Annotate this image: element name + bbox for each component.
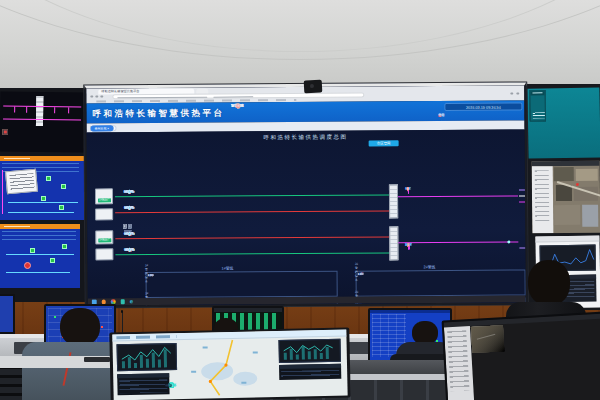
popup-dialog[interactable] — [5, 169, 38, 195]
nav-button-label: 智慧能源 — [231, 103, 244, 107]
standing-person-head — [528, 260, 570, 306]
user-bar-item[interactable]: 退出 — [438, 113, 444, 117]
station-label: 15#站 — [405, 243, 412, 246]
pipeline-sensors: 0.61MPa64.8℃1.19MPa90.4℃0.66MPa62.1℃1.08… — [117, 230, 389, 232]
pipe-line — [2, 170, 3, 214]
bus-drop — [54, 107, 55, 113]
heat-source-label: 2#热源厂 — [98, 238, 111, 242]
valve-cluster-row — [123, 222, 499, 225]
heat-source-box — [95, 208, 113, 220]
sensor-value: 1.28MPa — [124, 206, 134, 209]
refresh-icon[interactable] — [100, 95, 103, 98]
pipe-line — [8, 202, 78, 203]
pipe-line — [8, 212, 74, 213]
pipe-stub — [519, 201, 525, 202]
scada-header-bar — [0, 156, 84, 161]
tank-readouts — [532, 112, 544, 118]
breaker-indicator-grid — [3, 129, 81, 149]
control-room-photo: 呼和浩特长输智慧供热平台 呼和浩特长输智慧供热平台 智慧总览智慧调度智慧监测智慧… — [0, 0, 600, 400]
cctv-camera-tree[interactable] — [444, 326, 475, 400]
new-tab-button[interactable] — [196, 89, 208, 94]
pump-block — [59, 205, 64, 210]
wall-speaker — [304, 80, 323, 94]
pipe-line — [6, 254, 74, 255]
station-valve-icon[interactable] — [407, 187, 410, 190]
node-dot — [507, 240, 510, 243]
map-label — [191, 371, 196, 373]
operator-head — [60, 308, 100, 346]
url-bar[interactable] — [112, 93, 364, 99]
main-videowall-screen: 呼和浩特长输智慧供热平台 呼和浩特长输智慧供热平台 智慧总览智慧调度智慧监测智慧… — [84, 82, 528, 307]
valve-icon[interactable] — [128, 224, 131, 228]
left-screen-scada-1 — [0, 156, 84, 220]
heat-source-box: 1#热源厂 — [95, 188, 113, 204]
kpi-chart-panel — [117, 343, 178, 371]
camera-marker — [576, 183, 579, 186]
aerial-patch — [576, 169, 598, 181]
pump-block — [46, 176, 51, 181]
pipe-stub — [519, 247, 525, 248]
heat-source-label: 1#热源厂 — [98, 198, 111, 202]
nav-buttons: 智慧总览智慧调度智慧监测智慧安防智慧决策智慧运维智慧能源 — [236, 103, 442, 120]
manifold — [389, 226, 398, 260]
supply-pipeline — [115, 252, 389, 255]
kpi-chart-panel — [278, 339, 340, 363]
pump-block — [30, 248, 35, 253]
tank-group-header — [530, 91, 544, 95]
header-clock: 2024.03.15 09:34:54 — [444, 102, 522, 111]
back-icon[interactable] — [90, 95, 93, 98]
valve-icon[interactable] — [123, 224, 126, 228]
table-cell: 0.90 — [147, 274, 153, 277]
data-table: 2#管线 供水站点节点1节点2节点3节点4节点5节点6节点7状态↑↓↑↑↓↑↑压… — [356, 269, 526, 296]
alarm-indicator — [24, 262, 31, 269]
return-pipeline — [115, 236, 389, 239]
cctv-screen — [444, 314, 600, 400]
pump-block — [62, 244, 67, 249]
pipeline-sensors: 67.3℃1.28MPa95.2℃0.61MPa64.8℃1.19MPa90.4… — [117, 204, 389, 206]
station-drops: 1#站2#站3#站4#站5#站6#站7#站 — [400, 187, 518, 188]
profile-icon[interactable] — [516, 92, 519, 95]
map-label — [203, 346, 208, 348]
heat-source-box — [95, 248, 113, 260]
aerial-patch — [554, 205, 580, 225]
aerial-patch — [554, 167, 574, 181]
nav-button[interactable]: 智慧能源 — [236, 104, 238, 106]
map-dashboard-screen: 86.472.9124535.698.2 — [112, 330, 347, 400]
supply-pipeline — [115, 194, 389, 197]
cctv-grid — [471, 320, 600, 400]
breaker-indicator — [3, 129, 8, 134]
aerial-patch — [582, 205, 598, 227]
dispatch-overview-canvas: 呼和浩特长输供热调度总图 市区管网 1#热源厂 1.32MPa98.6℃0.58… — [87, 129, 526, 298]
table-cell: 0.94 — [357, 273, 363, 276]
data-list-panel — [117, 373, 169, 395]
pipe-stub — [519, 189, 525, 190]
forward-icon[interactable] — [95, 95, 98, 98]
sensor-value: 98.6℃ — [125, 190, 133, 193]
left-screen-electrical-diagram — [0, 91, 84, 152]
data-list-panel — [279, 364, 341, 380]
pipe-stub — [519, 195, 525, 196]
sub-tab[interactable]: 全网监视 × — [91, 125, 114, 131]
aerial-patch — [556, 185, 572, 201]
pipeline-sensors: 1.32MPa98.6℃0.58MPa67.3℃1.28MPa95.2℃0.61… — [117, 188, 389, 190]
cctv-cell[interactable] — [471, 325, 504, 353]
left-screen-scada-2 — [0, 224, 80, 288]
table-title: 2#管线 — [423, 264, 435, 269]
scada-header-bar — [0, 224, 80, 229]
table-title: 1#管线 — [221, 266, 233, 271]
menu-icon[interactable] — [510, 92, 513, 95]
bus-drop — [68, 107, 69, 113]
partial-monitor — [0, 294, 15, 334]
sensor-value: 64.8℃ — [125, 232, 133, 235]
edge-icon[interactable]: e — [130, 299, 135, 304]
heat-source-box: 2#热源厂 — [95, 230, 113, 244]
video-sidebar[interactable] — [532, 166, 554, 233]
data-table: 1#管线 供水站点节点1节点2节点3节点4节点5节点6节点7状态↑↑↓↑↑↓↑压… — [146, 271, 338, 298]
keyboard[interactable] — [84, 357, 110, 362]
microphone-windscreen — [121, 310, 124, 313]
network-chip: 市区管网 — [369, 140, 399, 146]
right-screen-tank-gauges — [527, 87, 600, 158]
files-icon[interactable] — [120, 300, 125, 305]
bus-drop — [14, 107, 15, 113]
pump-block — [61, 184, 66, 189]
